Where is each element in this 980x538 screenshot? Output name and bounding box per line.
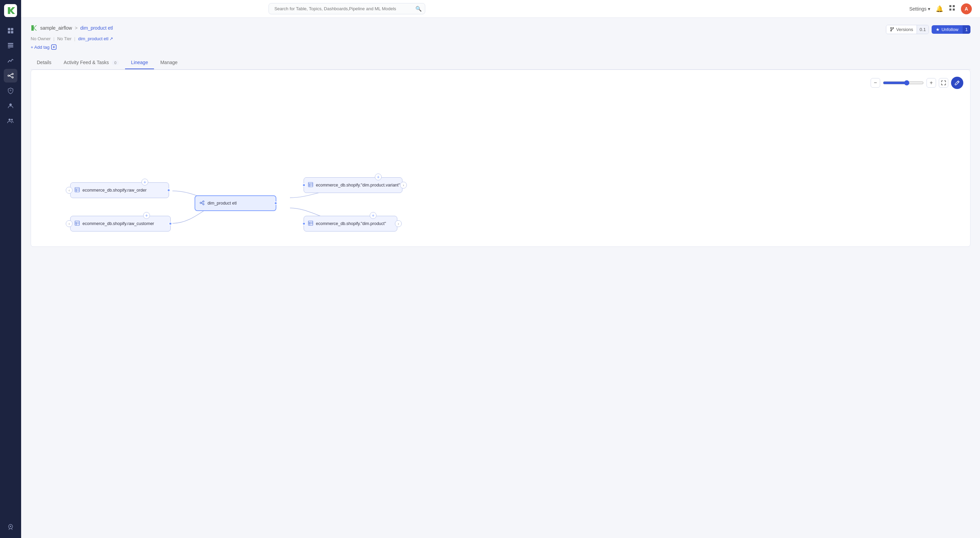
svg-rect-8 xyxy=(8,46,13,47)
sidebar-item-pipeline[interactable] xyxy=(4,69,18,83)
svg-line-13 xyxy=(9,74,12,76)
svg-point-43 xyxy=(203,201,204,202)
node-input1-expand-left[interactable]: ‹ xyxy=(66,187,73,194)
unfollow-button[interactable]: ★ Unfollow 1 xyxy=(932,25,970,34)
sidebar-item-teams[interactable] xyxy=(4,114,18,128)
tabs: Details Activity Feed & Tasks 0 Lineage … xyxy=(31,56,970,70)
apps-icon[interactable] xyxy=(949,5,956,13)
svg-rect-23 xyxy=(953,8,955,11)
svg-rect-34 xyxy=(75,187,80,192)
svg-rect-22 xyxy=(949,8,951,11)
node-center-pipeline-icon xyxy=(199,200,205,207)
svg-rect-47 xyxy=(309,182,313,187)
svg-rect-7 xyxy=(8,45,13,46)
svg-point-10 xyxy=(8,75,9,77)
settings-chevron-icon: ▾ xyxy=(928,6,930,11)
node-input1-add[interactable]: + xyxy=(142,179,148,185)
request-description-icon xyxy=(51,44,57,50)
tab-lineage[interactable]: Lineage xyxy=(125,56,154,69)
breadcrumb-current: dim_product etl xyxy=(80,25,113,31)
versions-button[interactable]: Versions 0.1 xyxy=(886,25,929,34)
sidebar-item-rocket[interactable] xyxy=(4,520,18,534)
tab-manage[interactable]: Manage xyxy=(154,56,184,69)
tier-label: No Tier xyxy=(57,36,72,41)
svg-rect-51 xyxy=(309,221,313,225)
svg-rect-5 xyxy=(11,31,13,34)
tab-details[interactable]: Details xyxy=(31,56,57,69)
node-input2-expand-left[interactable]: ‹ xyxy=(66,220,73,227)
meta-row: No Owner | No Tier | dim_product etl ↗ xyxy=(31,36,970,41)
svg-marker-24 xyxy=(31,25,37,31)
versions-number: 0.1 xyxy=(916,25,929,34)
node-output1-expand-right[interactable]: › xyxy=(400,182,407,188)
node-input1[interactable]: ‹ ecommerce_db.shopify.raw_order + xyxy=(70,182,169,198)
svg-point-27 xyxy=(892,28,893,29)
svg-rect-3 xyxy=(11,28,13,30)
node-output2-expand-right[interactable]: › xyxy=(395,220,402,227)
node-input2-dot xyxy=(169,222,172,225)
header-buttons: Versions 0.1 ★ Unfollow 1 xyxy=(886,25,970,34)
node-output2-label: ecommerce_db.shopify."dim.product" xyxy=(316,221,386,226)
meta-sep-1: | xyxy=(54,36,54,41)
node-output2[interactable]: ecommerce_db.shopify."dim.product" › + xyxy=(304,216,397,231)
pipeline-link[interactable]: dim_product etl ↗ xyxy=(78,36,113,41)
svg-rect-38 xyxy=(75,221,80,225)
breadcrumb: sample_airflow > dim_product etl xyxy=(31,24,113,31)
node-output1-table-icon xyxy=(308,182,313,188)
node-output2-table-icon xyxy=(308,220,313,227)
sidebar-item-home[interactable] xyxy=(4,24,18,37)
notifications-icon[interactable]: 🔔 xyxy=(936,5,943,13)
node-input2[interactable]: ‹ ecommerce_db.shopify.raw_customer + xyxy=(70,216,171,231)
svg-point-15 xyxy=(10,90,11,91)
tab-activity[interactable]: Activity Feed & Tasks 0 xyxy=(57,56,125,69)
logo[interactable] xyxy=(4,4,17,17)
sidebar-item-insights[interactable] xyxy=(4,54,18,67)
svg-line-45 xyxy=(201,202,203,203)
unfollow-label: ★ Unfollow xyxy=(932,25,963,34)
lineage-canvas: − + xyxy=(31,70,970,247)
node-input2-label: ecommerce_db.shopify.raw_customer xyxy=(83,221,154,226)
svg-point-17 xyxy=(8,119,11,121)
external-link-icon: ↗ xyxy=(110,36,113,41)
add-tag-button[interactable]: + Add tag xyxy=(31,44,970,50)
unfollow-count: 1 xyxy=(963,25,970,34)
node-input2-add[interactable]: + xyxy=(143,212,150,219)
node-output2-left-dot xyxy=(302,222,305,225)
search-input[interactable] xyxy=(269,3,425,14)
svg-point-42 xyxy=(200,202,201,204)
node-center-right-dot xyxy=(274,201,277,205)
search-icon: 🔍 xyxy=(415,6,422,12)
node-output1[interactable]: ecommerce_db.shopify."dim.product.varian… xyxy=(304,177,402,193)
node-center-label: dim_product etl xyxy=(207,201,237,206)
node-output1-add[interactable]: + xyxy=(375,174,382,180)
sidebar-item-user[interactable] xyxy=(4,99,18,112)
page-content: sample_airflow > dim_product etl Version… xyxy=(21,18,980,538)
search-bar-container: 🔍 xyxy=(269,3,425,14)
svg-rect-4 xyxy=(8,31,10,34)
breadcrumb-parent[interactable]: sample_airflow xyxy=(40,25,72,31)
avatar[interactable]: A xyxy=(961,3,972,14)
svg-rect-6 xyxy=(8,43,13,44)
sidebar-item-table[interactable] xyxy=(4,39,18,53)
settings-label: Settings xyxy=(909,6,926,11)
svg-rect-21 xyxy=(953,5,955,7)
settings-menu[interactable]: Settings ▾ xyxy=(909,6,930,11)
sidebar-item-governance[interactable] xyxy=(4,84,18,97)
svg-point-18 xyxy=(11,119,13,121)
node-output1-left-dot xyxy=(302,184,305,187)
svg-line-14 xyxy=(9,76,12,77)
meta-sep-2: | xyxy=(74,36,75,41)
node-output2-add[interactable]: + xyxy=(370,212,377,219)
header-row: sample_airflow > dim_product etl Version… xyxy=(31,24,970,34)
sidebar xyxy=(0,0,21,538)
breadcrumb-separator: > xyxy=(75,25,77,31)
svg-rect-9 xyxy=(8,48,10,48)
node-output1-label: ecommerce_db.shopify."dim.product.varian… xyxy=(316,183,400,187)
activity-badge: 0 xyxy=(112,60,119,65)
svg-point-16 xyxy=(10,104,12,106)
svg-rect-20 xyxy=(949,5,951,7)
node-center[interactable]: dim_product etl xyxy=(194,195,276,211)
svg-point-26 xyxy=(890,30,891,31)
owner-label: No Owner xyxy=(31,36,51,41)
git-branch-icon xyxy=(890,27,894,32)
